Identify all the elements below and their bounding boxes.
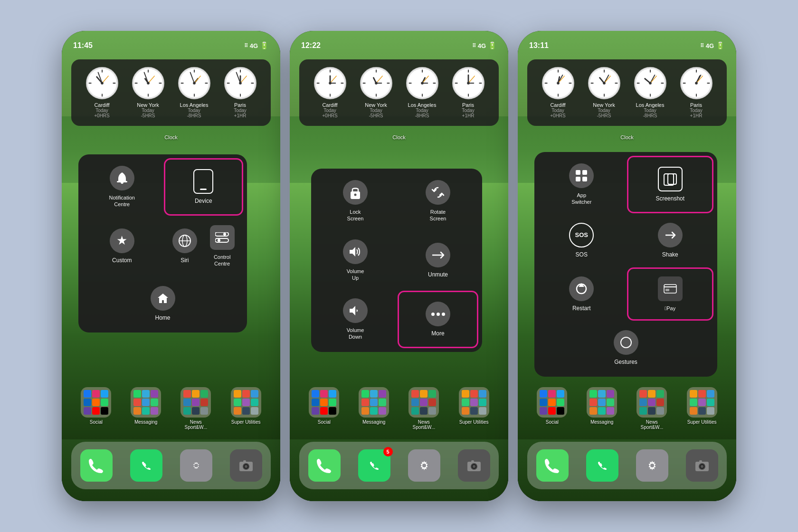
menu-item-notification-1[interactable]: NotificationCentre <box>82 158 162 216</box>
dock-settings-3[interactable] <box>636 449 668 482</box>
unmute-label-2: Unmute <box>428 271 448 278</box>
grid-icon-3: ⠿ <box>700 43 704 49</box>
menu-item-appswitcher-3[interactable]: AppSwitcher <box>538 156 625 213</box>
settings-app-icon-2[interactable] <box>408 449 440 482</box>
city-cardiff-2: Cardiff Today +0HRS <box>314 67 346 118</box>
dock-1 <box>71 442 271 489</box>
dock-phone-3[interactable] <box>536 449 569 482</box>
notification-label-1: NotificationCentre <box>109 194 135 208</box>
svg-rect-45 <box>117 181 127 182</box>
siri-icon-1 <box>172 228 197 253</box>
menu-item-sos-3[interactable]: SOS SOS <box>538 215 625 266</box>
folder-label-messaging-3: Messaging <box>590 419 613 425</box>
clock-widget-3: Cardiff Today +0HRS N <box>527 59 727 126</box>
dock-camera-2[interactable] <box>458 449 490 482</box>
folder-label-messaging-1: Messaging <box>134 419 157 425</box>
applepay-icon-3 <box>658 276 683 301</box>
clock-face-paris-3 <box>680 67 712 99</box>
gestures-row-3: Gestures <box>538 323 713 373</box>
dock-settings-1[interactable] <box>180 449 212 482</box>
clock-app-label-3: Clock <box>620 134 634 140</box>
menu-item-rotate-2[interactable]: RotateScreen <box>398 172 478 230</box>
menu-item-device-1[interactable]: Device <box>164 158 244 216</box>
phone-app-icon-3[interactable] <box>536 449 569 482</box>
folder-social-1: Social <box>81 387 111 430</box>
clock-face-la-2 <box>406 67 438 99</box>
menu-item-gestures-3[interactable]: Gestures <box>582 323 670 373</box>
assistive-touch-menu-3: AppSwitcher Screenshot SOS SOS <box>534 152 717 377</box>
clock-face-cardiff-3 <box>542 67 574 99</box>
whatsapp-app-icon-3[interactable] <box>586 449 618 482</box>
svg-point-26 <box>193 82 196 85</box>
city-name-la-3: Los Angeles Today -8HRS <box>636 102 665 118</box>
folder-icon-utilities-2 <box>459 387 489 418</box>
folder-icon-news-3 <box>636 387 667 418</box>
dock-whatsapp-1[interactable] <box>130 449 162 482</box>
signal-text-3: 4G <box>706 42 714 49</box>
svg-point-35 <box>239 82 242 85</box>
folder-label-utilities-1: Super Utilities <box>231 419 261 425</box>
folder-label-news-2: News Sport&W... <box>408 419 439 430</box>
camera-app-icon-2[interactable] <box>458 449 490 482</box>
folder-messaging-3: Messaging <box>587 387 617 430</box>
camera-app-icon-1[interactable] <box>230 449 262 482</box>
dock-camera-1[interactable] <box>230 449 262 482</box>
volumeup-icon-2 <box>343 239 368 264</box>
camera-app-icon-3[interactable] <box>686 449 718 482</box>
menu-item-restart-3[interactable]: Restart <box>538 267 625 321</box>
clock-widget-2: Cardiff Today +0HRS N <box>299 59 499 126</box>
menu-item-siri-1[interactable]: Siri ControlCentre <box>164 218 244 275</box>
settings-app-icon-3[interactable] <box>636 449 668 482</box>
svg-point-147 <box>701 465 703 468</box>
phone-app-icon-2[interactable] <box>308 449 341 482</box>
volumeup-label-2: VolumeUp <box>347 268 364 282</box>
device-label-1: Device <box>195 198 212 204</box>
phone-app-icon-1[interactable] <box>80 449 113 482</box>
dock-phone-2[interactable] <box>308 449 341 482</box>
svg-point-17 <box>147 82 150 85</box>
folder-icon-social-1 <box>81 387 111 418</box>
city-name-la-2: Los Angeles Today -8HRS <box>408 102 437 118</box>
phone-2: 12:22 ⠿ 4G 🔋 <box>290 31 508 501</box>
dock-whatsapp-2[interactable]: 5 <box>358 449 390 482</box>
clock-face-la-1 <box>178 67 210 99</box>
clock-face-newyork-3 <box>588 67 620 99</box>
home-icon-1 <box>151 286 175 311</box>
menu-item-volumedown-2[interactable]: VolumeDown <box>315 291 396 348</box>
dock-phone-1[interactable] <box>80 449 113 482</box>
dock-camera-3[interactable] <box>686 449 718 482</box>
folder-icon-messaging-3 <box>587 387 617 418</box>
appswitcher-label-3: AppSwitcher <box>571 192 591 206</box>
screenshot-label-3: Screenshot <box>656 195 684 202</box>
signal-text-2: 4G <box>478 42 486 49</box>
svg-point-8 <box>101 82 104 85</box>
svg-point-97 <box>473 465 475 468</box>
folder-messaging-1: Messaging <box>131 387 161 430</box>
clock-face-paris-2 <box>452 67 484 99</box>
gestures-icon-3 <box>614 330 638 355</box>
status-bar-3: 13:11 ⠿ 4G 🔋 <box>518 31 736 55</box>
dock-whatsapp-3[interactable] <box>586 449 618 482</box>
menu-item-home-1[interactable]: Home <box>123 278 203 329</box>
dock-settings-2[interactable] <box>408 449 440 482</box>
menu-item-screenshot-3[interactable]: Screenshot <box>627 156 714 213</box>
menu-item-volumeup-2[interactable]: VolumeUp <box>315 232 396 289</box>
clock-app-label-2: Clock <box>392 134 406 140</box>
menu-item-lockscreen-2[interactable]: LockScreen <box>315 172 396 230</box>
menu-item-unmute-2[interactable]: Unmute <box>398 232 478 289</box>
folder-social-2: Social <box>309 387 339 430</box>
svg-point-89 <box>367 458 382 473</box>
city-name-newyork-2: New York Today -5HRS <box>365 102 387 118</box>
city-la-3: Los Angeles Today -8HRS <box>634 67 666 118</box>
menu-item-shake-3[interactable]: Shake <box>627 215 714 266</box>
city-paris-1: Paris Today +1HR <box>224 67 256 118</box>
whatsapp-app-icon-1[interactable] <box>130 449 162 482</box>
menu-item-more-2[interactable]: More <box>398 291 478 348</box>
signal-text-1: 4G <box>250 42 258 49</box>
rotate-icon-2 <box>426 180 450 205</box>
battery-icon-1: 🔋 <box>260 41 269 50</box>
menu-item-applepay-3[interactable]: Pay <box>627 267 714 321</box>
settings-app-icon-1[interactable] <box>180 449 212 482</box>
svg-point-88 <box>467 82 470 85</box>
menu-item-custom-1[interactable]: ★ Custom <box>82 218 162 275</box>
